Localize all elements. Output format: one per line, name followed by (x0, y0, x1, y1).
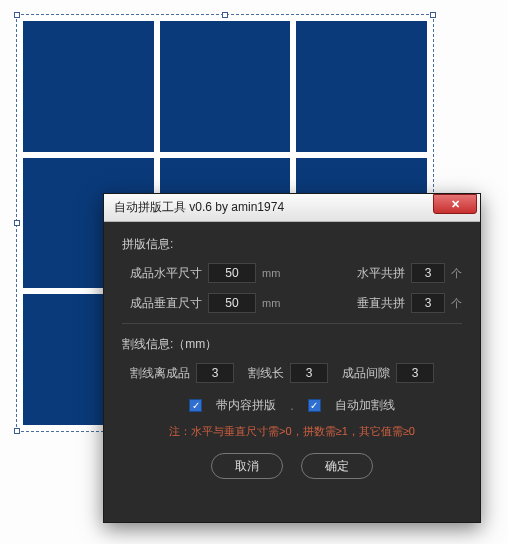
selection-handle[interactable] (430, 12, 436, 18)
checkbox-auto-cutline-label: 自动加割线 (335, 397, 395, 414)
selection-handle[interactable] (14, 428, 20, 434)
vcount-input[interactable]: 3 (411, 293, 445, 313)
vcount-label: 垂直共拼 (357, 295, 405, 312)
gap-input[interactable]: 3 (396, 363, 434, 383)
hsize-label: 成品水平尺寸 (130, 265, 202, 282)
vsize-label: 成品垂直尺寸 (130, 295, 202, 312)
dialog-titlebar[interactable]: 自动拼版工具 v0.6 by amin1974 ✕ (104, 194, 480, 222)
cut-offset-input[interactable]: 3 (196, 363, 234, 383)
section-imposition-title: 拼版信息: (122, 236, 462, 253)
hcount-input[interactable]: 3 (411, 263, 445, 283)
selection-handle[interactable] (14, 220, 20, 226)
grid-cell (160, 21, 291, 152)
hcount-label: 水平共拼 (357, 265, 405, 282)
grid-cell (296, 21, 427, 152)
unit-mm: mm (262, 297, 280, 309)
unit-count: 个 (451, 266, 462, 281)
vsize-input[interactable]: 50 (208, 293, 256, 313)
section-cut-title: 割线信息:（mm） (122, 336, 462, 353)
hsize-input[interactable]: 50 (208, 263, 256, 283)
grid-cell (23, 21, 154, 152)
checkbox-with-content[interactable]: ✓ (189, 399, 202, 412)
selection-handle[interactable] (14, 12, 20, 18)
cut-len-input[interactable]: 3 (290, 363, 328, 383)
dialog-title: 自动拼版工具 v0.6 by amin1974 (114, 199, 284, 216)
close-icon: ✕ (451, 199, 460, 210)
separator-dot: . (290, 399, 293, 413)
selection-handle[interactable] (222, 12, 228, 18)
note-text: 注：水平与垂直尺寸需>0，拼数需≥1，其它值需≥0 (122, 424, 462, 439)
checkbox-with-content-label: 带内容拼版 (216, 397, 276, 414)
checkbox-auto-cutline[interactable]: ✓ (308, 399, 321, 412)
unit-mm: mm (262, 267, 280, 279)
close-button[interactable]: ✕ (433, 194, 477, 214)
cancel-button[interactable]: 取消 (211, 453, 283, 479)
unit-count: 个 (451, 296, 462, 311)
cut-len-label: 割线长 (248, 365, 284, 382)
imposition-dialog: 自动拼版工具 v0.6 by amin1974 ✕ 拼版信息: 成品水平尺寸 5… (103, 193, 481, 523)
cut-offset-label: 割线离成品 (130, 365, 190, 382)
divider (122, 323, 462, 324)
gap-label: 成品间隙 (342, 365, 390, 382)
ok-button[interactable]: 确定 (301, 453, 373, 479)
